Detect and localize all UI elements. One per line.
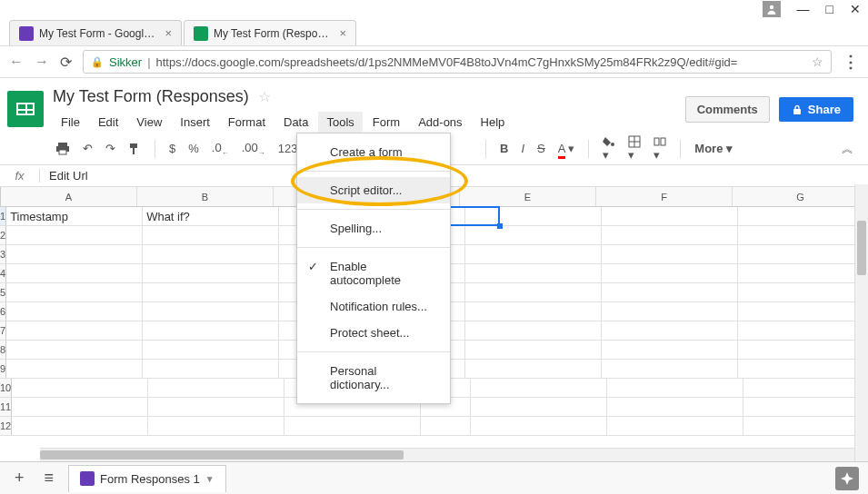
cell[interactable]: [465, 245, 602, 263]
menu-item-create-form[interactable]: Create a form: [297, 139, 450, 165]
cell[interactable]: [465, 264, 602, 282]
redo-icon[interactable]: ↷: [101, 138, 120, 159]
menu-item-notification-rules[interactable]: Notification rules...: [297, 293, 450, 320]
row-header[interactable]: 6: [0, 302, 6, 321]
cell[interactable]: [12, 398, 148, 416]
scrollbar-thumb[interactable]: [40, 450, 404, 459]
cell[interactable]: [465, 302, 602, 321]
increase-decimal-button[interactable]: .00→: [237, 137, 270, 161]
cell[interactable]: [143, 283, 279, 301]
merge-button[interactable]: ▾: [649, 132, 671, 165]
cell[interactable]: Timestamp: [6, 207, 143, 225]
currency-button[interactable]: $: [165, 138, 180, 159]
cell[interactable]: [6, 226, 143, 244]
cell[interactable]: What if?: [143, 207, 279, 225]
cell[interactable]: [6, 283, 143, 301]
cell[interactable]: [465, 360, 602, 378]
collapse-toolbar-icon[interactable]: ︽: [842, 141, 853, 157]
cell[interactable]: [12, 417, 148, 435]
strike-button[interactable]: S: [533, 138, 550, 159]
cell[interactable]: [738, 226, 868, 244]
back-icon[interactable]: ←: [9, 54, 24, 70]
row-header[interactable]: 8: [0, 341, 6, 359]
formula-input[interactable]: Edit Url: [40, 169, 868, 183]
cell[interactable]: [143, 321, 279, 340]
comments-button[interactable]: Comments: [685, 96, 770, 123]
cell[interactable]: [143, 360, 279, 378]
maximize-button[interactable]: □: [826, 2, 833, 16]
fill-color-button[interactable]: ▾: [598, 132, 620, 165]
cell[interactable]: [602, 321, 738, 340]
cell[interactable]: [738, 302, 868, 321]
text-color-button[interactable]: A ▾: [554, 138, 580, 159]
browser-menu-icon[interactable]: ⋮: [843, 52, 859, 72]
more-button[interactable]: More ▾: [690, 138, 737, 159]
cell[interactable]: [602, 360, 738, 378]
cell[interactable]: [738, 207, 868, 225]
sheet-tab[interactable]: Form Responses 1 ▼: [68, 465, 226, 492]
menu-file[interactable]: File: [53, 112, 88, 133]
scrollbar-thumb[interactable]: [857, 221, 866, 275]
cell[interactable]: [471, 379, 607, 397]
cell[interactable]: [6, 360, 143, 378]
bold-button[interactable]: B: [495, 138, 513, 159]
cell[interactable]: [738, 360, 868, 378]
menu-insert[interactable]: Insert: [172, 112, 218, 133]
cell[interactable]: [738, 245, 868, 263]
cell[interactable]: [465, 226, 602, 244]
cell[interactable]: [421, 417, 471, 435]
cell[interactable]: [743, 379, 868, 397]
menu-edit[interactable]: Edit: [90, 112, 126, 133]
menu-data[interactable]: Data: [275, 112, 316, 133]
borders-button[interactable]: ▾: [624, 132, 645, 165]
cell[interactable]: [602, 341, 738, 359]
col-header[interactable]: F: [596, 187, 733, 206]
cell[interactable]: [607, 398, 743, 416]
cell[interactable]: [6, 264, 143, 282]
row-header[interactable]: 10: [0, 379, 12, 397]
cell[interactable]: [6, 245, 143, 263]
cell[interactable]: [743, 398, 868, 416]
explore-button[interactable]: [835, 467, 859, 490]
col-header[interactable]: A: [1, 187, 137, 206]
row-header[interactable]: 11: [0, 398, 12, 416]
row-header[interactable]: 1: [0, 207, 6, 225]
minimize-button[interactable]: —: [797, 2, 810, 16]
cell[interactable]: [738, 264, 868, 282]
row-header[interactable]: 3: [0, 245, 6, 263]
italic-button[interactable]: I: [516, 138, 529, 159]
add-sheet-button[interactable]: +: [9, 469, 30, 488]
col-header[interactable]: B: [137, 187, 274, 206]
menu-tools[interactable]: Tools: [318, 112, 362, 133]
tab-close-icon[interactable]: ×: [165, 26, 172, 40]
cell[interactable]: [602, 245, 738, 263]
cell[interactable]: [6, 341, 143, 359]
cell[interactable]: [143, 264, 279, 282]
url-input[interactable]: 🔒 Sikker | https://docs.google.com/sprea…: [83, 50, 832, 74]
cell[interactable]: [465, 321, 602, 340]
cell[interactable]: [607, 379, 743, 397]
cell[interactable]: [743, 417, 868, 435]
cell[interactable]: [148, 398, 284, 416]
cell[interactable]: [602, 302, 738, 321]
tab-close-icon[interactable]: ×: [339, 26, 346, 40]
menu-view[interactable]: View: [128, 112, 170, 133]
cell[interactable]: [602, 264, 738, 282]
horizontal-scrollbar[interactable]: [40, 448, 854, 461]
cell[interactable]: [602, 207, 738, 225]
cell[interactable]: [602, 283, 738, 301]
menu-item-protect-sheet[interactable]: Protect sheet...: [297, 320, 450, 346]
undo-icon[interactable]: ↶: [78, 138, 97, 159]
cell[interactable]: [465, 341, 602, 359]
cell[interactable]: [738, 321, 868, 340]
cell[interactable]: [738, 283, 868, 301]
cell[interactable]: [143, 341, 279, 359]
share-button[interactable]: Share: [779, 97, 853, 122]
menu-item-spelling[interactable]: Spelling...: [297, 215, 450, 242]
fill-handle[interactable]: [497, 223, 503, 229]
row-header[interactable]: 12: [0, 417, 12, 435]
sheets-logo[interactable]: [7, 91, 44, 127]
cell[interactable]: [143, 245, 279, 263]
cell[interactable]: [284, 417, 421, 435]
chevron-down-icon[interactable]: ▼: [205, 474, 215, 484]
